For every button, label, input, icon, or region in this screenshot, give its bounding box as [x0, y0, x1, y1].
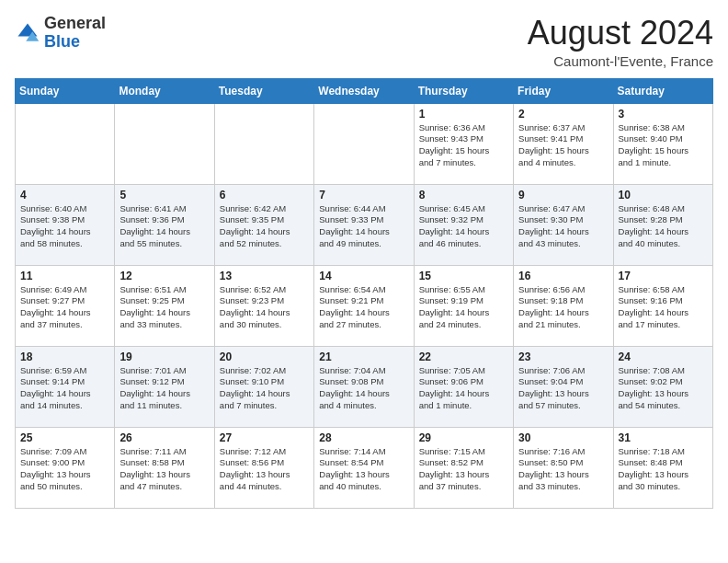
day-number: 6 — [220, 189, 309, 201]
calendar-cell: 16Sunrise: 6:56 AMSunset: 9:18 PMDayligh… — [514, 265, 613, 346]
calendar-cell: 19Sunrise: 7:01 AMSunset: 9:12 PMDayligh… — [115, 346, 214, 427]
day-number: 14 — [319, 270, 408, 282]
header-day-friday: Friday — [514, 78, 613, 103]
day-info: Sunrise: 7:01 AMSunset: 9:12 PMDaylight:… — [119, 365, 209, 412]
day-info: Sunrise: 6:54 AMSunset: 9:21 PMDaylight:… — [319, 284, 408, 331]
calendar-cell: 3Sunrise: 6:38 AMSunset: 9:40 PMDaylight… — [613, 103, 712, 184]
calendar-cell: 24Sunrise: 7:08 AMSunset: 9:02 PMDayligh… — [613, 346, 712, 427]
day-number: 7 — [319, 189, 408, 201]
logo-blue-text: Blue — [44, 32, 80, 51]
day-info: Sunrise: 7:14 AMSunset: 8:54 PMDaylight:… — [319, 446, 408, 493]
calendar-cell: 2Sunrise: 6:37 AMSunset: 9:41 PMDaylight… — [514, 103, 613, 184]
day-number: 23 — [518, 350, 608, 363]
calendar-table: SundayMondayTuesdayWednesdayThursdayFrid… — [15, 78, 713, 509]
header-day-wednesday: Wednesday — [314, 78, 414, 103]
day-info: Sunrise: 6:45 AMSunset: 9:32 PMDaylight:… — [419, 203, 508, 250]
day-number: 16 — [518, 270, 608, 282]
day-number: 12 — [119, 270, 209, 282]
calendar-cell: 11Sunrise: 6:49 AMSunset: 9:27 PMDayligh… — [16, 265, 115, 346]
logo: General Blue — [15, 15, 106, 52]
header-day-monday: Monday — [115, 78, 214, 103]
calendar-cell: 7Sunrise: 6:44 AMSunset: 9:33 PMDaylight… — [314, 184, 414, 265]
logo-icon — [15, 20, 40, 46]
day-info: Sunrise: 7:18 AMSunset: 8:48 PMDaylight:… — [619, 446, 708, 493]
day-number: 9 — [518, 189, 608, 201]
day-number: 24 — [619, 350, 708, 363]
calendar-cell: 20Sunrise: 7:02 AMSunset: 9:10 PMDayligh… — [214, 346, 313, 427]
calendar-cell: 5Sunrise: 6:41 AMSunset: 9:36 PMDaylight… — [115, 184, 214, 265]
day-info: Sunrise: 7:05 AMSunset: 9:06 PMDaylight:… — [419, 365, 508, 412]
logo-general-text: General — [44, 14, 106, 32]
calendar-cell: 6Sunrise: 6:42 AMSunset: 9:35 PMDaylight… — [214, 184, 313, 265]
calendar-cell: 28Sunrise: 7:14 AMSunset: 8:54 PMDayligh… — [314, 427, 414, 508]
calendar-cell: 8Sunrise: 6:45 AMSunset: 9:32 PMDaylight… — [414, 184, 513, 265]
day-number: 5 — [119, 189, 209, 201]
location-subtitle: Caumont-l'Evente, France — [528, 53, 713, 69]
day-number: 2 — [518, 108, 608, 121]
day-number: 31 — [619, 431, 708, 444]
day-info: Sunrise: 6:40 AMSunset: 9:38 PMDaylight:… — [20, 203, 109, 250]
day-number: 27 — [220, 431, 309, 444]
day-info: Sunrise: 6:48 AMSunset: 9:28 PMDaylight:… — [619, 203, 708, 250]
calendar-cell: 9Sunrise: 6:47 AMSunset: 9:30 PMDaylight… — [514, 184, 613, 265]
day-number: 3 — [619, 108, 708, 121]
calendar-cell — [115, 103, 214, 184]
day-number: 13 — [220, 270, 309, 282]
calendar-header: SundayMondayTuesdayWednesdayThursdayFrid… — [16, 78, 713, 103]
calendar-cell: 21Sunrise: 7:04 AMSunset: 9:08 PMDayligh… — [314, 346, 414, 427]
calendar-cell: 26Sunrise: 7:11 AMSunset: 8:58 PMDayligh… — [115, 427, 214, 508]
calendar-cell — [16, 103, 115, 184]
calendar-cell: 31Sunrise: 7:18 AMSunset: 8:48 PMDayligh… — [613, 427, 712, 508]
day-info: Sunrise: 7:02 AMSunset: 9:10 PMDaylight:… — [220, 365, 309, 412]
day-info: Sunrise: 7:11 AMSunset: 8:58 PMDaylight:… — [119, 446, 209, 493]
day-info: Sunrise: 6:55 AMSunset: 9:19 PMDaylight:… — [419, 284, 508, 331]
calendar-cell: 22Sunrise: 7:05 AMSunset: 9:06 PMDayligh… — [414, 346, 513, 427]
day-info: Sunrise: 6:51 AMSunset: 9:25 PMDaylight:… — [119, 284, 209, 331]
calendar-cell: 27Sunrise: 7:12 AMSunset: 8:56 PMDayligh… — [214, 427, 313, 508]
calendar-cell: 17Sunrise: 6:58 AMSunset: 9:16 PMDayligh… — [613, 265, 712, 346]
week-row-2: 4Sunrise: 6:40 AMSunset: 9:38 PMDaylight… — [16, 184, 713, 265]
calendar-cell: 10Sunrise: 6:48 AMSunset: 9:28 PMDayligh… — [613, 184, 712, 265]
calendar-cell: 23Sunrise: 7:06 AMSunset: 9:04 PMDayligh… — [514, 346, 613, 427]
day-info: Sunrise: 6:36 AMSunset: 9:43 PMDaylight:… — [419, 122, 508, 169]
logo-text: General Blue — [44, 15, 106, 52]
day-number: 8 — [419, 189, 508, 201]
week-row-4: 18Sunrise: 6:59 AMSunset: 9:14 PMDayligh… — [16, 346, 713, 427]
day-number: 25 — [20, 431, 109, 444]
day-number: 29 — [419, 431, 508, 444]
day-info: Sunrise: 6:49 AMSunset: 9:27 PMDaylight:… — [20, 284, 109, 331]
day-number: 20 — [220, 350, 309, 363]
calendar-cell: 29Sunrise: 7:15 AMSunset: 8:52 PMDayligh… — [414, 427, 513, 508]
day-info: Sunrise: 7:16 AMSunset: 8:50 PMDaylight:… — [518, 446, 608, 493]
month-year-title: August 2024 — [528, 15, 713, 52]
title-block: August 2024 Caumont-l'Evente, France — [528, 15, 713, 69]
day-info: Sunrise: 7:06 AMSunset: 9:04 PMDaylight:… — [518, 365, 608, 412]
day-info: Sunrise: 7:04 AMSunset: 9:08 PMDaylight:… — [319, 365, 408, 412]
header-day-tuesday: Tuesday — [214, 78, 313, 103]
calendar-cell — [314, 103, 414, 184]
day-number: 21 — [319, 350, 408, 363]
header-day-saturday: Saturday — [613, 78, 712, 103]
calendar-cell: 13Sunrise: 6:52 AMSunset: 9:23 PMDayligh… — [214, 265, 313, 346]
calendar-cell: 18Sunrise: 6:59 AMSunset: 9:14 PMDayligh… — [16, 346, 115, 427]
day-info: Sunrise: 6:44 AMSunset: 9:33 PMDaylight:… — [319, 203, 408, 250]
header-day-thursday: Thursday — [414, 78, 513, 103]
calendar-cell: 15Sunrise: 6:55 AMSunset: 9:19 PMDayligh… — [414, 265, 513, 346]
day-info: Sunrise: 7:09 AMSunset: 9:00 PMDaylight:… — [20, 446, 109, 493]
day-info: Sunrise: 6:47 AMSunset: 9:30 PMDaylight:… — [518, 203, 608, 250]
calendar-cell: 4Sunrise: 6:40 AMSunset: 9:38 PMDaylight… — [16, 184, 115, 265]
header-day-sunday: Sunday — [16, 78, 115, 103]
week-row-5: 25Sunrise: 7:09 AMSunset: 9:00 PMDayligh… — [16, 427, 713, 508]
day-info: Sunrise: 6:41 AMSunset: 9:36 PMDaylight:… — [119, 203, 209, 250]
day-info: Sunrise: 7:08 AMSunset: 9:02 PMDaylight:… — [619, 365, 708, 412]
calendar-cell — [214, 103, 313, 184]
calendar-cell: 1Sunrise: 6:36 AMSunset: 9:43 PMDaylight… — [414, 103, 513, 184]
week-row-3: 11Sunrise: 6:49 AMSunset: 9:27 PMDayligh… — [16, 265, 713, 346]
day-info: Sunrise: 6:37 AMSunset: 9:41 PMDaylight:… — [518, 122, 608, 169]
day-number: 10 — [619, 189, 708, 201]
day-info: Sunrise: 7:12 AMSunset: 8:56 PMDaylight:… — [220, 446, 309, 493]
day-info: Sunrise: 6:59 AMSunset: 9:14 PMDaylight:… — [20, 365, 109, 412]
day-number: 19 — [119, 350, 209, 363]
day-number: 1 — [419, 108, 508, 121]
page-header: General Blue August 2024 Caumont-l'Event… — [15, 15, 713, 69]
